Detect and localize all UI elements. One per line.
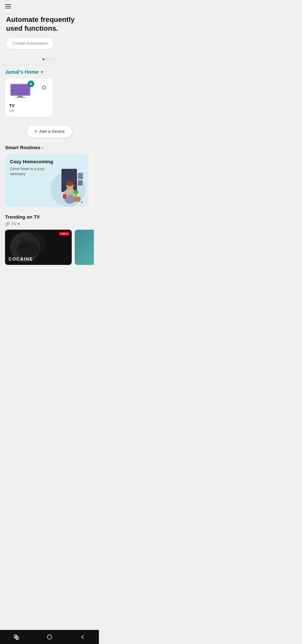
dot-1[interactable] — [43, 58, 45, 60]
device-card-inner: N TV ON — [9, 83, 49, 113]
home-label[interactable]: Jamal's Home ▾ — [5, 69, 94, 75]
hero-section: Automate frequently used functions. Crea… — [0, 13, 99, 54]
back-button[interactable] — [79, 634, 86, 640]
cozy-illustration — [48, 162, 88, 207]
chevron-down-icon: ▾ — [41, 70, 43, 74]
top-bar-right — [89, 4, 94, 9]
kea-bg — [75, 230, 94, 265]
svg-point-14 — [66, 181, 73, 186]
link-icon: 🔗 — [5, 221, 10, 226]
bottom-spacer — [0, 267, 99, 285]
cocaine-title: COCAINE — [9, 257, 33, 262]
routine-desc-cozy: Come home to a cozy sanctuary — [10, 167, 53, 176]
add-device-container: + Add a Device — [0, 120, 99, 140]
svg-rect-7 — [15, 97, 25, 98]
carousel-dots — [0, 54, 99, 65]
top-bar — [0, 0, 99, 13]
trending-section: Trending on TV 🔗 TV ▾ COCAINE redbox — [0, 209, 99, 267]
dot-2[interactable] — [47, 58, 49, 60]
power-button[interactable] — [39, 83, 49, 92]
device-name: TV — [9, 103, 49, 108]
home-name: Jamal's Home — [5, 69, 39, 75]
svg-point-35 — [47, 635, 52, 639]
add-device-label: Add a Device — [39, 129, 65, 134]
svg-rect-17 — [73, 197, 81, 202]
svg-rect-5 — [11, 85, 30, 95]
recents-button[interactable] — [13, 634, 20, 640]
menu-icon[interactable] — [5, 4, 11, 8]
smart-routines-section: Smart Routines › Cozy Homecoming Come ho… — [0, 140, 99, 209]
trending-scroll: COCAINE redbox K E A — [5, 230, 94, 265]
create-automation-button[interactable]: Create Automation — [6, 38, 54, 49]
n-badge: N — [28, 80, 34, 87]
hero-title: Automate frequently used functions. — [6, 15, 93, 33]
tv-image: N — [9, 83, 32, 100]
device-card-tv: N TV ON — [5, 78, 53, 117]
svg-point-19 — [73, 190, 79, 194]
add-device-button[interactable]: + Add a Device — [26, 125, 72, 138]
svg-rect-16 — [63, 194, 66, 199]
home-button[interactable] — [46, 634, 53, 640]
chevron-right-icon: › — [42, 145, 43, 150]
smart-routines-title: Smart Routines — [5, 145, 40, 150]
trending-card-cocaine[interactable]: COCAINE redbox — [5, 230, 72, 265]
svg-rect-31 — [75, 230, 94, 265]
svg-point-29 — [19, 240, 29, 250]
svg-rect-23 — [78, 173, 83, 179]
trending-title: Trending on TV — [5, 214, 94, 220]
routine-card-sweep[interactable]: Swe Prep — [91, 154, 94, 207]
device-status: ON — [9, 109, 49, 113]
dot-4[interactable] — [55, 58, 57, 60]
trending-card-kea[interactable]: K E A — [75, 230, 94, 265]
svg-rect-6 — [18, 96, 23, 97]
routines-scroll: Cozy Homecoming Come home to a cozy sanc… — [5, 154, 94, 207]
svg-rect-24 — [78, 180, 83, 185]
redbox-badge: redbox — [59, 232, 70, 236]
trending-chevron-icon: ▾ — [18, 222, 20, 226]
dot-3[interactable] — [51, 58, 53, 60]
trending-link[interactable]: 🔗 TV ▾ — [5, 221, 94, 226]
svg-point-22 — [81, 201, 83, 203]
home-section: Jamal's Home ▾ N TV — [0, 65, 99, 120]
plus-icon: + — [34, 129, 37, 134]
bottom-bar — [0, 630, 99, 644]
smart-routines-header[interactable]: Smart Routines › — [5, 145, 94, 150]
trending-link-label: TV — [12, 222, 16, 226]
routine-card-cozy[interactable]: Cozy Homecoming Come home to a cozy sanc… — [5, 154, 88, 207]
